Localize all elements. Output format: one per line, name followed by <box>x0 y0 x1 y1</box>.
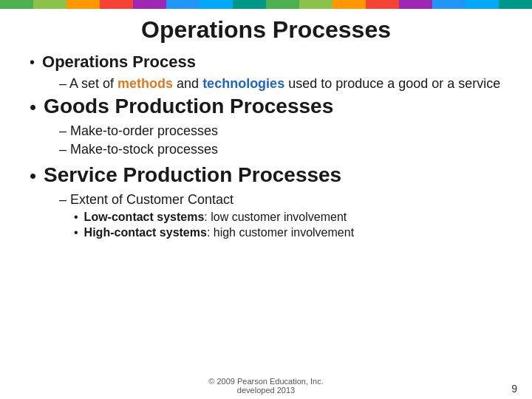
bullet-3-sub1: – Extent of Customer Contact <box>59 192 502 208</box>
top-color-bar <box>0 0 532 9</box>
bullet-2-sub1: – Make-to-order processes <box>59 123 502 139</box>
sub1-suffix: used to produce a good or a service <box>284 76 500 91</box>
bullet-2-sub2: – Make-to-stock processes <box>59 142 502 157</box>
copyright: © 2009 Pearson Education, Inc. <box>208 377 323 386</box>
bullet-dot-3: • <box>30 165 36 188</box>
sub1-highlight1: methods <box>117 76 173 91</box>
content-area: • Operations Process – A set of methods … <box>0 50 532 239</box>
developed: developed 2013 <box>237 386 295 395</box>
bullet-dot-2: • <box>30 96 36 119</box>
section-2: • Goods Production Processes – Make-to-o… <box>30 95 502 157</box>
bullet-3-sub2a: • Low-contact systems: low customer invo… <box>74 211 502 224</box>
bullet-2: • Goods Production Processes <box>30 95 502 119</box>
bullet-3-sub2b: • High-contact systems: high customer in… <box>74 226 502 239</box>
sub2a-suffix: : low customer involvement <box>204 211 347 223</box>
sub2b-suffix: : high customer involvement <box>207 226 354 239</box>
bullet-1-label: Operations Process <box>42 52 196 72</box>
footer: © 2009 Pearson Education, Inc. developed… <box>0 377 532 395</box>
page-title: Operations Processes <box>0 9 532 50</box>
bullet-3: • Service Production Processes <box>30 163 502 188</box>
bullet-3-label: Service Production Processes <box>44 163 341 187</box>
sub1-middle: and <box>173 76 202 91</box>
sub2b-bold: High-contact systems <box>84 226 207 239</box>
bullet-1: • Operations Process <box>30 52 502 72</box>
sub1-prefix: – A set of <box>59 76 117 91</box>
sub2a-bold: Low-contact systems <box>84 211 205 223</box>
section-1: • Operations Process – A set of methods … <box>30 52 502 92</box>
bullet-dot-1: • <box>30 54 35 71</box>
sub-dot-a: • <box>74 211 78 224</box>
page-number: 9 <box>511 383 517 395</box>
sub1-highlight2: technologies <box>202 76 284 91</box>
bullet-1-sub: – A set of methods and technologies used… <box>59 76 502 92</box>
section-3: • Service Production Processes – Extent … <box>30 163 502 239</box>
bullet-2-label: Goods Production Processes <box>44 95 333 118</box>
sub-dot-b: • <box>74 226 78 239</box>
